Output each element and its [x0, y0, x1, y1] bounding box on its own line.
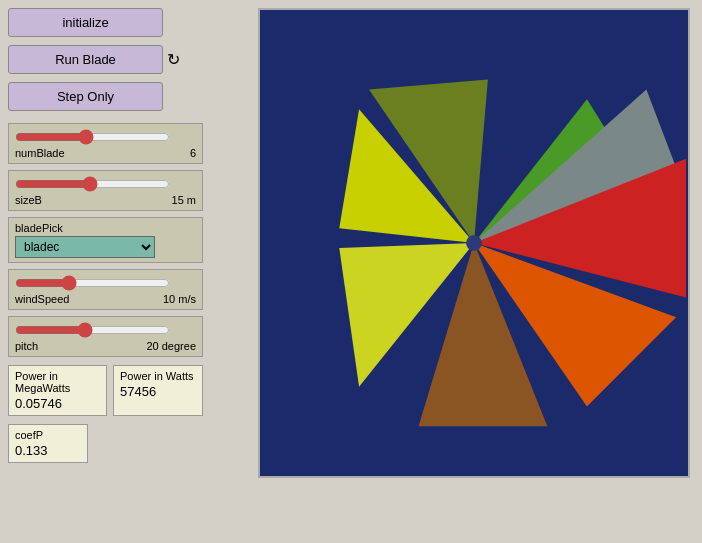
- wind-speed-slider[interactable]: [15, 276, 170, 290]
- pitch-row: pitch 20 degree: [15, 340, 196, 352]
- blade-pick-group: bladePick bladea bladeb bladec bladed: [8, 217, 203, 263]
- wind-speed-row: windSpeed 10 m/s: [15, 293, 196, 305]
- size-b-value: 15 m: [172, 194, 196, 206]
- power-watts-box: Power in Watts 57456: [113, 365, 203, 416]
- power-mw-title: Power in MegaWatts: [15, 370, 100, 394]
- wind-speed-value: 10 m/s: [163, 293, 196, 305]
- viz-panel: [258, 8, 690, 478]
- pitch-value: 20 degree: [146, 340, 196, 352]
- wind-speed-group: windSpeed 10 m/s: [8, 269, 203, 310]
- pitch-slider[interactable]: [15, 323, 170, 337]
- size-b-group: sizeB 15 m: [8, 170, 203, 211]
- power-megawatts-box: Power in MegaWatts 0.05746: [8, 365, 107, 416]
- power-row: Power in MegaWatts 0.05746 Power in Watt…: [8, 365, 203, 416]
- refresh-icon[interactable]: ↻: [167, 50, 180, 69]
- pitch-group: pitch 20 degree: [8, 316, 203, 357]
- left-panel: initialize Run Blade ↻ Step Only numBlad…: [8, 8, 203, 463]
- coef-title: coefP: [15, 429, 81, 441]
- num-blade-row: numBlade 6: [15, 147, 196, 159]
- num-blade-value: 6: [190, 147, 196, 159]
- wind-speed-label: windSpeed: [15, 293, 69, 305]
- center-hub: [466, 235, 482, 251]
- power-w-value: 57456: [120, 384, 196, 399]
- num-blade-group: numBlade 6: [8, 123, 203, 164]
- blade-pick-label: bladePick: [15, 222, 196, 234]
- pitch-label: pitch: [15, 340, 38, 352]
- step-only-button[interactable]: Step Only: [8, 82, 163, 111]
- controls-section: numBlade 6 sizeB 15 m bladePick bladea b…: [8, 123, 203, 357]
- power-mw-value: 0.05746: [15, 396, 100, 411]
- size-b-label: sizeB: [15, 194, 42, 206]
- coef-box: coefP 0.133: [8, 424, 88, 463]
- num-blade-label: numBlade: [15, 147, 65, 159]
- run-blade-button[interactable]: Run Blade: [8, 45, 163, 74]
- num-blade-slider[interactable]: [15, 130, 170, 144]
- blade-svg: [260, 10, 688, 476]
- size-b-row: sizeB 15 m: [15, 194, 196, 206]
- initialize-button[interactable]: initialize: [8, 8, 163, 37]
- power-w-title: Power in Watts: [120, 370, 196, 382]
- size-b-slider[interactable]: [15, 177, 170, 191]
- coef-value: 0.133: [15, 443, 81, 458]
- run-blade-row: Run Blade ↻: [8, 45, 203, 74]
- blade-pick-select[interactable]: bladea bladeb bladec bladed: [15, 236, 155, 258]
